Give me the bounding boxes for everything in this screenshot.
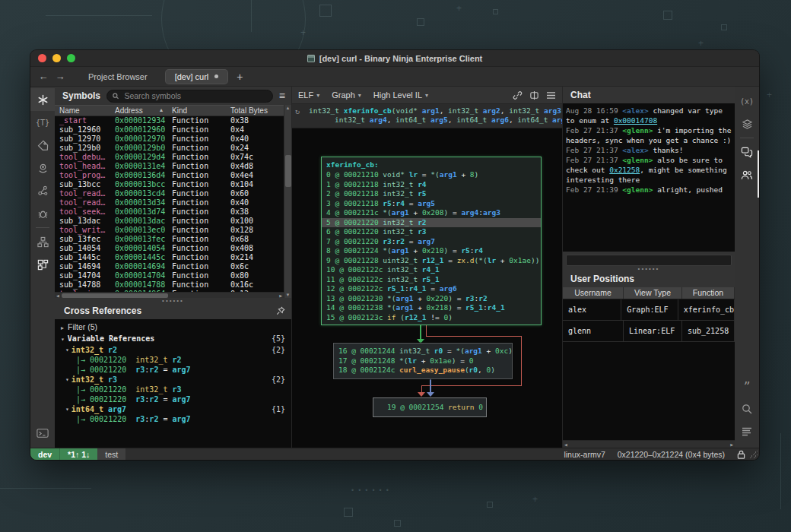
symbol-row[interactable]: tool_read…0x000013d34Function0x40 [55, 198, 291, 207]
col-kind[interactable]: Kind [172, 106, 187, 115]
il-instruction-line[interactable]: 12 @ 0002122c r5_1:r4_1 = arg6 [322, 284, 541, 294]
chat-bubbles-icon[interactable] [735, 141, 759, 163]
people-icon[interactable] [735, 163, 759, 186]
format-dropdown[interactable]: ELF▾ [298, 90, 319, 100]
tab-project-browser[interactable]: Project Browser [79, 70, 157, 84]
col-name[interactable]: Name [59, 106, 80, 115]
search-input[interactable] [122, 90, 266, 101]
symbol-row[interactable]: tool_head…0x0000131e4Function0x4d8 [55, 162, 291, 171]
terminal-icon[interactable] [30, 422, 55, 445]
xref-reference-row[interactable]: |→ 00021220 int32_t r3 [55, 385, 291, 394]
resize-grip[interactable] [750, 451, 758, 458]
il-instruction-line[interactable]: 1 @ 00021218 int32_t r4 [322, 180, 541, 190]
col-username[interactable]: Username [563, 287, 624, 299]
back-arrow-icon[interactable]: ← [35, 71, 52, 82]
il-instruction-line[interactable]: 5 @ 00021220 int32_t r2 [322, 218, 541, 228]
symbol-row[interactable]: sub_147880x000014788Function0x16c [55, 280, 291, 290]
user-positions-header[interactable]: Username View Type Function [563, 287, 735, 299]
symbol-row[interactable]: tool_writ…0x000013ec0Function0x128 [55, 226, 291, 235]
xref-reference-row[interactable]: |→ 00021220 int32_t r2 [55, 355, 291, 365]
xrefs-filter-row[interactable]: ▸Filter (5) [55, 321, 291, 334]
xref-variable-row[interactable]: ▾int64_t arg7{1} [55, 404, 291, 414]
graph-canvas[interactable]: xferinfo_cb: 0 @ 00021210 void* lr = *(a… [292, 128, 562, 448]
view-dropdown[interactable]: Graph▾ [332, 90, 361, 100]
xref-reference-row[interactable]: |→ 00021220 r3:r2 = arg7 [55, 414, 291, 424]
symbols-vscrollbar[interactable]: ▲ ▼ [284, 105, 291, 298]
symbol-row[interactable]: tool_debu…0x0000129d4Function0x74c [55, 153, 291, 162]
sync-status[interactable]: *1↑ 1↓ [59, 448, 97, 461]
il-instruction-line[interactable]: 16 @ 00021244 int32_t r0 = *(arg1 + 0xc) [334, 347, 512, 356]
il-instruction-line[interactable]: 3 @ 00021218 r5:r4 = arg5 [322, 199, 541, 209]
basic-block-true[interactable]: 16 @ 00021244 int32_t r0 = *(arg1 + 0xc)… [333, 343, 513, 379]
basic-block-return[interactable]: 19 @ 00021254 return 0 [373, 397, 487, 417]
il-instruction-line[interactable]: 13 @ 00021230 *(arg1 + 0x220) = r3:r2 [322, 294, 541, 304]
log-lines-icon[interactable] [735, 420, 759, 443]
il-instruction-line[interactable]: 7 @ 00021220 r3:r2 = arg7 [322, 237, 541, 247]
address-range-label[interactable]: 0x21220–0x21224 (0x4 bytes) [618, 450, 725, 459]
linked-view-icon[interactable] [529, 90, 539, 100]
pin-icon[interactable] [276, 306, 285, 315]
il-instruction-line[interactable]: 11 @ 0002122c int32_t r5_1 [322, 275, 541, 285]
symbol-row[interactable]: sub_140540x000014054Function0x408 [55, 244, 291, 253]
col-address[interactable]: Address [115, 106, 143, 115]
string-quotes-icon[interactable]: ” [735, 375, 759, 397]
il-instruction-line[interactable]: 9 @ 00021228 uint32_t r12_1 = zx.d(*(lr … [322, 256, 541, 266]
symbol-row[interactable]: sub_129b00x0000129b0Function0x24 [55, 144, 291, 153]
menu-icon[interactable] [546, 91, 556, 100]
symbols-menu-icon[interactable]: ≡ [279, 90, 287, 102]
symbol-row[interactable]: sub_13fec0x000013fecFunction0x68 [55, 235, 291, 244]
symbols-search[interactable] [106, 90, 273, 103]
user-position-row[interactable]: glennLinear:ELFsub_21258 [563, 321, 735, 342]
address-link[interactable]: 0x00014708 [614, 116, 657, 125]
il-dropdown[interactable]: High Level IL▾ [373, 90, 428, 100]
types-icon[interactable]: {T} [30, 111, 55, 134]
il-instruction-line[interactable]: 4 @ 0002121c *(arg1 + 0x208) = arg4:arg3 [322, 208, 541, 218]
user-positions-hscrollbar[interactable]: ◀ ▶ [563, 440, 735, 448]
lock-icon[interactable] [737, 450, 745, 459]
hierarchy-icon[interactable] [30, 230, 55, 253]
il-instruction-line[interactable]: 0 @ 00021210 void* lr = *(arg1 + 8) [322, 170, 541, 180]
symbol-row[interactable]: sub_146940x000014694Function0x6c [55, 262, 291, 271]
symbol-row[interactable]: sub_147040x000014704Function0x80 [55, 271, 291, 280]
find-icon[interactable] [735, 397, 759, 420]
user-position-row[interactable]: alexGraph:ELFxferinfo_cb [563, 299, 735, 321]
symbols-hash-icon[interactable] [30, 88, 55, 111]
architecture-label[interactable]: linux-armv7 [564, 450, 605, 459]
symbol-row[interactable]: sub_13bcc0x000013bccFunction0x104 [55, 180, 291, 189]
il-instruction-line[interactable]: 17 @ 00021248 *(lr + 0x1ae) = 0 [334, 356, 512, 366]
symbol-row[interactable]: tool_read…0x000013cd4Function0x60 [55, 189, 291, 198]
symbol-row[interactable]: tool_seek…0x000013d74Function0x38 [55, 207, 291, 217]
function-signature[interactable]: ↻ int32_t xferinfo_cb(void* arg1, int32_… [292, 103, 562, 128]
tag-icon[interactable] [30, 134, 55, 157]
il-instruction-line[interactable]: 14 @ 00021238 *(arg1 + 0x218) = r5_1:r4_… [322, 303, 541, 313]
basic-block-entry[interactable]: xferinfo_cb: 0 @ 00021210 void* lr = *(a… [321, 157, 542, 325]
new-tab-button[interactable]: + [237, 71, 243, 83]
variables-icon[interactable]: (x) [735, 90, 759, 112]
il-instruction-line[interactable]: 2 @ 00021218 int32_t r5 [322, 189, 541, 199]
symbols-table-header[interactable]: Name Address ▴ Kind Total Bytes [55, 105, 291, 116]
il-instruction-line[interactable]: 6 @ 00021220 int32_t r3 [322, 227, 541, 237]
xref-variable-row[interactable]: ▾int32_t r2{2} [55, 345, 291, 355]
il-instruction-line[interactable]: 19 @ 00021254 return 0 [383, 403, 486, 413]
branch-tab-test[interactable]: test [97, 448, 125, 461]
xref-reference-row[interactable]: |→ 00021220 r3:r2 = arg7 [55, 394, 291, 404]
symbol-row[interactable]: tool_prog…0x0000136d4Function0x4e4 [55, 171, 291, 180]
col-view-type[interactable]: View Type [624, 287, 682, 299]
location-pin-icon[interactable] [30, 157, 55, 179]
symbols-hscrollbar[interactable]: ◀ ▶ [55, 292, 284, 298]
il-instruction-line[interactable]: 15 @ 0002123c if (r12_1 != 0) [322, 313, 541, 323]
symbol-row[interactable]: _start0x000012934Function0x38 [55, 116, 291, 125]
col-total-bytes[interactable]: Total Bytes [230, 106, 268, 115]
symbol-row[interactable]: sub_1445c0x00001445cFunction0x214 [55, 253, 291, 262]
link-icon[interactable] [513, 90, 523, 100]
forward-arrow-icon[interactable]: → [52, 71, 68, 82]
address-link[interactable]: 0x21258 [609, 166, 640, 174]
il-instruction-line[interactable]: 8 @ 00021224 *(arg1 + 0x210) = r5:r4 [322, 246, 541, 256]
mini-graph-blocks-icon[interactable] [30, 253, 55, 276]
refresh-icon[interactable]: ↻ [295, 107, 300, 116]
branch-indicator[interactable]: dev [30, 448, 59, 461]
il-instruction-line[interactable]: 18 @ 0002124c curl_easy_pause(r0, 0) [334, 366, 512, 375]
symbol-row[interactable]: sub_13dac0x000013dacFunction0x100 [55, 217, 291, 226]
bug-icon[interactable] [30, 202, 55, 225]
xref-variable-row[interactable]: ▾int32_t r3{2} [55, 375, 291, 385]
